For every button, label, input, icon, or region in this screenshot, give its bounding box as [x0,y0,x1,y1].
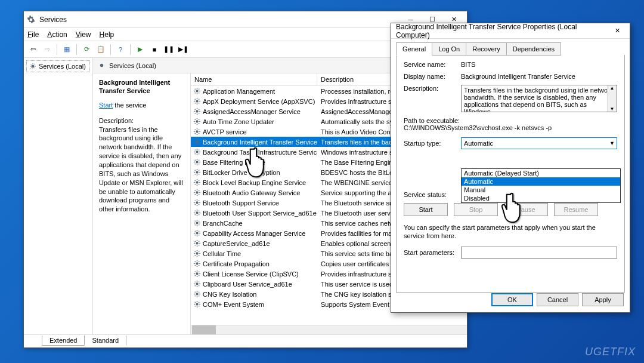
scrollbar[interactable]: ▲▼ [607,85,617,112]
dialog-titlebar: Background Intelligent Transfer Service … [391,23,630,39]
apply-button[interactable]: Apply [582,293,624,306]
restart-button[interactable]: ▶❚ [177,43,190,56]
start-params-input[interactable] [461,247,617,259]
window-title: Services [39,16,400,24]
svg-point-5 [196,120,198,122]
horizontal-scrollbar[interactable] [191,325,467,334]
tab-general[interactable]: General [396,42,432,56]
tab-dependencies[interactable]: Dependencies [506,42,561,56]
menu-action[interactable]: Action [47,30,67,39]
svg-point-15 [196,222,198,224]
svg-point-4 [196,110,198,112]
startup-type-select[interactable]: Automatic ▼ [461,137,617,149]
params-note: You can specify the start parameters tha… [404,223,617,241]
label-service-status: Service status: [404,191,461,198]
dialog-tabs: General Log On Recovery Dependencies [391,39,630,56]
column-name[interactable]: Name [191,73,317,85]
play-button[interactable]: ▶ [134,43,147,56]
gear-icon [98,61,106,69]
menu-file[interactable]: File [27,30,39,39]
help-button[interactable]: ? [114,43,127,56]
tab-recovery[interactable]: Recovery [466,42,506,56]
value-path: C:\WINDOWS\System32\svchost.exe -k netsv… [404,124,552,131]
pause-button: Pause [504,203,548,216]
forward-button[interactable]: ⇨ [41,43,54,56]
svg-point-13 [196,201,198,204]
dialog-title: Background Intelligent Transfer Service … [396,23,609,39]
export-button[interactable]: 📋 [94,43,107,56]
svg-point-19 [196,262,198,264]
label-service-name: Service name: [404,61,461,68]
svg-point-18 [196,252,198,254]
tab-standard[interactable]: Standard [84,336,126,346]
tab-extended[interactable]: Extended [42,336,85,346]
description-label: Description: [99,117,184,124]
option-disabled[interactable]: Disabled [462,194,620,202]
value-display-name: Background Intelligent Transfer Service [461,73,617,80]
pause-button[interactable]: ❚❚ [162,43,175,56]
ok-button[interactable]: OK [491,293,533,306]
startup-type-dropdown: Automatic (Delayed Start) Automatic Manu… [461,168,621,203]
show-hide-button[interactable]: ▦ [60,43,73,56]
description-text: Transfers files in the background using … [99,125,184,214]
label-description: Description: [404,85,461,92]
back-button[interactable]: ⇦ [26,43,39,56]
svg-point-2 [196,90,198,92]
svg-point-10 [196,171,198,173]
svg-point-22 [196,293,198,295]
svg-point-23 [196,303,198,305]
svg-point-20 [196,272,198,275]
selected-service-title: Background Intelligent Transfer Service [99,78,184,96]
stop-button[interactable]: ■ [148,43,161,56]
label-start-params: Start parameters: [404,249,461,256]
dialog-close-button[interactable]: ✕ [609,25,625,37]
services-icon [26,15,36,24]
tree-item-services-local[interactable]: Services (Local) [26,60,90,72]
svg-point-7 [196,140,198,143]
resume-button: Resume [554,203,598,216]
svg-point-11 [196,181,198,183]
svg-point-6 [196,130,198,133]
stop-button: Stop [454,203,498,216]
label-startup-type: Startup type: [404,140,461,147]
svg-point-17 [196,242,198,244]
chevron-down-icon: ▼ [609,140,615,146]
svg-point-12 [196,191,198,193]
view-tabs: Extended Standard [24,334,467,347]
svg-point-1 [100,64,103,67]
properties-dialog: Background Intelligent Transfer Service … [391,23,630,313]
cancel-button[interactable]: Cancel [537,293,578,306]
start-button[interactable]: Start [404,203,448,216]
svg-point-14 [196,211,198,214]
detail-pane: Background Intelligent Transfer Service … [93,73,191,334]
refresh-button[interactable]: ⟳ [80,43,93,56]
gear-icon [29,63,36,70]
value-service-name: BITS [461,61,617,68]
menu-view[interactable]: View [76,30,91,39]
svg-point-21 [196,282,198,285]
tree-pane: Services (Local) [24,58,93,334]
svg-point-8 [196,150,198,153]
svg-point-0 [32,65,35,68]
label-path: Path to executable: [404,117,460,124]
watermark: UGETFIX [585,346,636,358]
start-link[interactable]: Start [99,101,113,109]
option-manual[interactable]: Manual [462,186,620,194]
description-textbox[interactable]: Transfers files in the background using … [461,85,617,112]
label-display-name: Display name: [404,73,461,80]
option-automatic[interactable]: Automatic [462,177,620,186]
svg-point-16 [196,232,198,234]
svg-point-9 [196,161,198,163]
tab-logon[interactable]: Log On [432,42,466,56]
general-panel: Service name: BITS Display name: Backgro… [396,55,625,293]
menu-help[interactable]: Help [100,30,114,39]
option-delayed[interactable]: Automatic (Delayed Start) [462,169,620,177]
svg-point-3 [196,100,198,102]
